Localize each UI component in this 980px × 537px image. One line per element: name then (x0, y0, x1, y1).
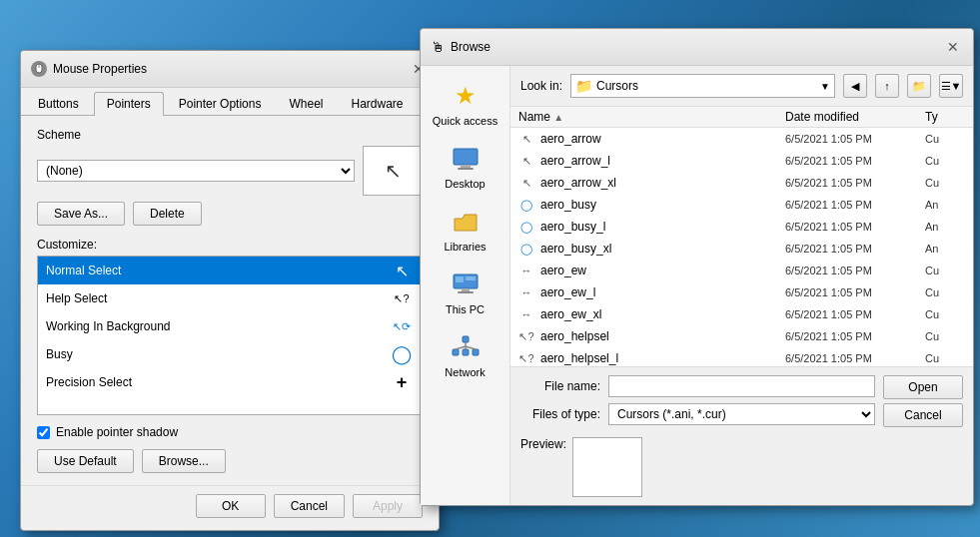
file-name-label: File name: (520, 379, 600, 393)
file-type: An (925, 199, 965, 211)
col-type-header[interactable]: Ty (925, 110, 965, 124)
tab-hardware[interactable]: Hardware (338, 92, 416, 115)
place-this-pc[interactable]: This PC (426, 263, 505, 321)
col-date-header[interactable]: Date modified (785, 110, 925, 124)
svg-rect-11 (453, 349, 459, 355)
browse-close-button[interactable]: ✕ (943, 37, 963, 57)
svg-rect-8 (456, 276, 464, 282)
browse-mouse-icon: 🖱 (431, 39, 445, 55)
list-item[interactable]: ◯ aero_busy 6/5/2021 1:05 PM An (510, 194, 973, 216)
up-button[interactable]: ↑ (875, 74, 899, 98)
svg-rect-2 (454, 149, 478, 165)
cancel-button[interactable]: Cancel (274, 494, 345, 518)
browse-button[interactable]: Browse... (142, 449, 226, 473)
cursor-name-working: Working In Background (46, 319, 171, 333)
save-as-button[interactable]: Save As... (37, 202, 125, 226)
titlebar-left: Mouse Properties (31, 61, 147, 77)
place-libraries[interactable]: Libraries (426, 200, 505, 259)
cursor-item-precision[interactable]: Precision Select + (38, 368, 422, 396)
scheme-select[interactable]: (None) (37, 160, 355, 182)
ok-button[interactable]: OK (196, 494, 266, 518)
file-type: Cu (925, 352, 965, 364)
file-name: aero_busy_l (540, 220, 785, 234)
back-button[interactable]: ◀ (843, 74, 867, 98)
file-name: aero_arrow_xl (540, 176, 785, 190)
cursor-item-normal[interactable]: Normal Select ↖ (38, 257, 422, 284)
cursor-item-busy[interactable]: Busy ◯ (38, 340, 422, 368)
file-cursor-icon: ↖? (518, 328, 534, 344)
list-item[interactable]: ↖ aero_arrow 6/5/2021 1:05 PM Cu (510, 128, 973, 150)
list-item[interactable]: ↔ aero_ew_xl 6/5/2021 1:05 PM Cu (510, 303, 973, 325)
cursor-icon-help: ↖? (390, 286, 414, 310)
this-pc-icon (450, 268, 482, 300)
files-of-type-row: Files of type: Cursors (*.ani, *.cur) (520, 403, 875, 425)
file-date: 6/5/2021 1:05 PM (785, 243, 925, 255)
file-type: Cu (925, 177, 965, 189)
scheme-row: (None) ↖ (37, 146, 423, 196)
file-name: aero_arrow_l (540, 154, 785, 168)
place-network[interactable]: Network (426, 325, 505, 384)
scheme-button-row: Save As... Delete (37, 202, 423, 226)
look-in-combo[interactable]: 📁 Cursors ▼ (570, 74, 835, 98)
cursor-name-busy: Busy (46, 347, 73, 361)
scheme-preview: ↖ (363, 146, 423, 196)
file-date: 6/5/2021 1:05 PM (785, 308, 925, 320)
delete-button[interactable]: Delete (133, 202, 202, 226)
col-name-header[interactable]: Name ▲ (518, 110, 785, 124)
sort-arrow-icon: ▲ (553, 112, 563, 123)
place-quick-access[interactable]: ★ Quick access (426, 74, 505, 133)
svg-rect-4 (458, 168, 474, 170)
list-item[interactable]: ◯ aero_busy_xl 6/5/2021 1:05 PM An (510, 238, 973, 260)
file-type: Cu (925, 330, 965, 342)
new-folder-button[interactable]: 📁 (907, 74, 931, 98)
network-label: Network (445, 366, 485, 378)
look-in-value: Cursors (596, 79, 816, 93)
list-item[interactable]: ↖ aero_arrow_l 6/5/2021 1:05 PM Cu (510, 150, 973, 172)
file-name: aero_busy_xl (540, 242, 785, 256)
list-item[interactable]: ↖ aero_arrow_xl 6/5/2021 1:05 PM Cu (510, 172, 973, 194)
list-item[interactable]: ↖? aero_helpsel_l 6/5/2021 1:05 PM Cu (510, 347, 973, 366)
scheme-section: Scheme (None) ↖ Save As... Delete (37, 128, 423, 226)
file-name: aero_arrow (540, 132, 785, 146)
scheme-select-wrap: (None) (37, 160, 355, 182)
file-name: aero_helpsel_l (540, 351, 785, 365)
apply-button[interactable]: Apply (353, 494, 423, 518)
cursor-icon-busy: ◯ (390, 342, 414, 366)
svg-rect-7 (458, 291, 474, 293)
list-item[interactable]: ↖? aero_helpsel 6/5/2021 1:05 PM Cu (510, 325, 973, 347)
file-cursor-icon: ↖? (518, 350, 534, 366)
enable-shadow-checkbox[interactable] (37, 426, 50, 439)
file-name-input[interactable] (608, 375, 875, 397)
list-item[interactable]: ↔ aero_ew_l 6/5/2021 1:05 PM Cu (510, 281, 973, 303)
preview-label: Preview: (520, 437, 566, 451)
browse-cancel-button[interactable]: Cancel (883, 403, 963, 427)
open-button[interactable]: Open (883, 375, 963, 399)
file-date: 6/5/2021 1:05 PM (785, 199, 925, 211)
cursor-item-working[interactable]: Working In Background ↖⟳ (38, 312, 422, 340)
browse-right-panel: Look in: 📁 Cursors ▼ ◀ ↑ 📁 ☰▼ Name ▲ Dat… (510, 66, 973, 505)
files-of-type-wrap: Cursors (*.ani, *.cur) (608, 403, 875, 425)
cursor-icon-precision: + (390, 370, 414, 394)
tab-pointer-options[interactable]: Pointer Options (166, 92, 275, 115)
quick-access-label: Quick access (433, 115, 497, 127)
file-name-row: File name: (520, 375, 875, 397)
file-type: Cu (925, 286, 965, 298)
file-name: aero_ew_xl (540, 307, 785, 321)
files-of-type-select[interactable]: Cursors (*.ani, *.cur) (608, 403, 875, 425)
list-item[interactable]: ◯ aero_busy_l 6/5/2021 1:05 PM An (510, 216, 973, 238)
use-default-button[interactable]: Use Default (37, 449, 134, 473)
file-type: Cu (925, 133, 965, 145)
tab-wheel[interactable]: Wheel (276, 92, 336, 115)
browse-dialog: 🖱 Browse ✕ ★ Quick access (420, 28, 974, 506)
file-cursor-icon: ↖ (518, 175, 534, 191)
browse-action-buttons: Open Cancel (883, 375, 963, 427)
svg-rect-9 (466, 276, 476, 280)
tab-pointers[interactable]: Pointers (94, 92, 164, 116)
cursor-item-help[interactable]: Help Select ↖? (38, 284, 422, 312)
tab-buttons[interactable]: Buttons (25, 92, 92, 115)
list-item[interactable]: ↔ aero_ew 6/5/2021 1:05 PM Cu (510, 260, 973, 281)
place-desktop[interactable]: Desktop (426, 137, 505, 196)
file-date: 6/5/2021 1:05 PM (785, 286, 925, 298)
view-menu-button[interactable]: ☰▼ (939, 74, 963, 98)
svg-rect-12 (463, 349, 469, 355)
